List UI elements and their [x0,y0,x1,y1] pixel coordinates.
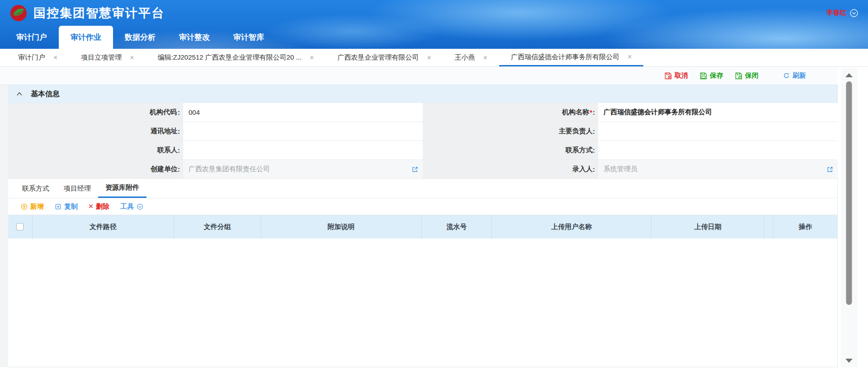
vertical-scrollbar[interactable] [841,68,857,367]
doc-tab[interactable]: 广西农垦企业管理有限公司 × [326,49,443,66]
entry-person-label: 录入人: [423,160,598,179]
main-content: 基本信息 机构代码: 机构名称*: 通讯地址: 主要负责人: 联系人: [0,85,838,367]
delete-button[interactable]: × 删除 [89,202,109,211]
select-all-cell [8,215,33,239]
address-label: 通讯地址: [8,122,183,141]
scroll-up-arrow-icon[interactable] [845,73,853,77]
refresh-button[interactable]: 刷新 [783,71,806,80]
address-cell [183,122,423,141]
nav-tab-audit-work[interactable]: 审计作业 [59,26,113,49]
close-icon[interactable]: × [310,54,314,61]
doc-tab-label: 审计门户 [18,53,45,62]
external-link-icon[interactable] [412,166,418,173]
user-name[interactable]: 李春红 [826,9,847,17]
col-upload-user: 上传用户名称 [492,215,651,239]
chevron-down-icon[interactable] [850,9,858,17]
contact-method-cell [598,141,838,160]
contact-person-label: 联系人: [8,141,183,160]
entry-person-input[interactable] [604,165,832,173]
nav-tab-audit-knowledge[interactable]: 审计智库 [222,26,276,49]
principal-label: 主要负责人: [423,122,598,141]
user-menu[interactable]: 李春红 [826,9,858,17]
entry-person-cell [598,160,838,179]
section-title: 基本信息 [31,89,60,99]
attachment-toolbar: 新增 复制 × 删除 工具 [8,198,837,215]
brand-row: 国控集团智慧审计平台 李春红 [0,0,868,26]
org-code-label: 机构代码: [8,103,183,122]
scrollbar-thumb[interactable] [846,81,852,305]
contact-person-input[interactable] [189,146,417,154]
nav-tab-audit-rectify[interactable]: 审计整改 [167,26,222,49]
contact-method-label: 联系方式: [423,141,598,160]
col-file-group: 文件分组 [174,215,261,239]
close-icon[interactable]: × [627,53,632,61]
doc-tab[interactable]: 编辑:ZJ202512 广西农垦企业管理有限公司20 ... × [146,49,326,66]
page-title: 国控集团智慧审计平台 [33,5,165,21]
principal-input[interactable] [604,127,832,135]
org-name-input[interactable] [604,108,832,116]
save-label: 保存 [710,71,723,80]
scroll-down-arrow-icon[interactable] [845,359,853,363]
document-tab-bar: 审计门户 × 项目立项管理 × 编辑:ZJ202512 广西农垦企业管理有限公司… [0,49,868,67]
main-nav: 审计门户 审计作业 数据分析 审计整改 审计智库 [0,26,868,49]
doc-tab-active[interactable]: 广西瑞信盛德会计师事务所有限公司 × [499,49,643,66]
basic-info-form: 机构代码: 机构名称*: 通讯地址: 主要负责人: 联系人: [8,103,837,179]
save-close-button[interactable]: 保闭 [735,71,759,80]
close-icon[interactable]: × [53,54,57,61]
contact-method-input[interactable] [604,146,832,154]
tab-project-manager[interactable]: 项目经理 [57,179,98,198]
doc-tab-label: 广西瑞信盛德会计师事务所有限公司 [511,53,619,61]
copy-label: 复制 [64,202,78,211]
attachment-table-header: 文件路径 文件分组 附加说明 流水号 上传用户名称 上传日期 操作 [8,215,837,239]
tools-label: 工具 [120,202,134,211]
tools-button[interactable]: 工具 [120,202,143,211]
close-icon[interactable]: × [130,54,134,61]
add-circle-icon [21,203,28,210]
doc-tab-label: 编辑:ZJ202512 广西农垦企业管理有限公司20 ... [158,53,302,62]
collapse-chevron-icon[interactable] [16,91,23,97]
cancel-button[interactable]: 取消 [665,71,688,80]
close-icon[interactable]: × [483,54,487,61]
nav-tab-data-analysis[interactable]: 数据分析 [113,26,167,49]
principal-cell [598,122,838,141]
org-name-label: 机构名称*: [423,103,598,122]
doc-tab[interactable]: 项目立项管理 × [69,49,146,66]
basic-info-section-header: 基本信息 [8,85,837,103]
refresh-icon [783,72,790,79]
nav-tab-audit-portal[interactable]: 审计门户 [5,26,59,49]
col-extra-note: 附加说明 [261,215,422,239]
copy-icon [55,203,61,210]
doc-tab-label: 项目立项管理 [81,53,122,62]
save-close-label: 保闭 [745,71,759,80]
address-input[interactable] [189,127,417,135]
col-spacer [764,215,774,239]
doc-tab[interactable]: 王小燕 × [443,49,499,66]
floppy-save-icon [700,72,707,80]
col-upload-date: 上传日期 [651,215,764,239]
cancel-label: 取消 [675,71,688,80]
create-unit-cell [183,160,423,179]
col-actions: 操作 [774,215,837,239]
external-link-icon[interactable] [827,166,833,173]
attachment-table-body [8,239,837,367]
col-serial-no: 流水号 [422,215,492,239]
chevron-down-circle-icon [137,203,143,210]
add-button[interactable]: 新增 [21,202,44,211]
create-unit-input[interactable] [189,165,417,173]
save-button[interactable]: 保存 [700,71,723,80]
doc-tab-label: 广西农垦企业管理有限公司 [337,53,419,62]
delete-label: 删除 [96,202,109,211]
org-code-cell [183,103,423,122]
org-code-input[interactable] [189,108,417,116]
create-unit-label: 创建单位: [8,160,183,179]
floppy-cancel-icon [665,72,672,80]
doc-tab[interactable]: 审计门户 × [6,49,69,66]
select-all-checkbox[interactable] [16,223,24,230]
contact-person-cell [183,141,423,160]
app-header: 国控集团智慧审计平台 李春红 审计门户 审计作业 数据分析 审计整改 审计智库 [0,0,868,49]
tab-contact-method[interactable]: 联系方式 [15,179,57,198]
tab-resource-attachments[interactable]: 资源库附件 [98,179,146,198]
close-icon[interactable]: × [427,54,431,61]
copy-button[interactable]: 复制 [55,202,78,211]
col-file-path: 文件路径 [33,215,174,239]
